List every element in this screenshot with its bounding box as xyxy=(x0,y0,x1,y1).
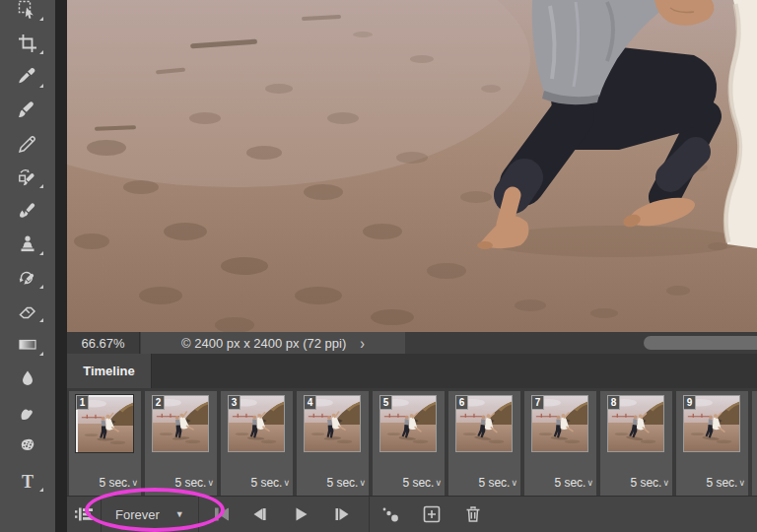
frame-delay-label: 5 sec. xyxy=(478,476,510,490)
timeline-frame[interactable]: 2 5 sec. ∨ xyxy=(145,391,217,496)
frame-delay-dropdown[interactable]: 5 sec. ∨ xyxy=(326,476,366,490)
crop-tool-icon[interactable] xyxy=(0,33,55,53)
frame-delay-label: 5 sec. xyxy=(402,476,434,490)
timeline-controls: Forever ▼ xyxy=(67,496,757,532)
timeline-frame[interactable]: 1 5 sec. ∨ xyxy=(69,391,141,496)
frame-delay-caret-icon: ∨ xyxy=(738,478,745,488)
frame-delay-caret-icon: ∨ xyxy=(131,478,138,488)
frame-delay-caret-icon: ∨ xyxy=(207,478,214,488)
gradient-tool-icon[interactable] xyxy=(0,335,55,355)
sponge-tool-icon[interactable] xyxy=(0,435,55,455)
frame-delay-caret-icon: ∨ xyxy=(283,478,290,488)
frame-delay-dropdown[interactable]: 5 sec. ∨ xyxy=(478,476,517,490)
smudge-tool-icon[interactable] xyxy=(0,402,55,422)
status-expand-chevron-icon[interactable]: › xyxy=(360,333,365,352)
frame-number-badge: 8 xyxy=(607,395,620,410)
canvas-image[interactable] xyxy=(67,0,757,332)
document-info[interactable]: © 2400 px x 2400 px (72 ppi) › xyxy=(141,332,405,354)
timeline-frame[interactable]: 9 5 sec. ∨ xyxy=(676,391,748,496)
loop-count-dropdown[interactable]: Forever ▼ xyxy=(102,497,198,532)
clone-stamp-tool-icon[interactable] xyxy=(0,234,55,254)
loop-count-label: Forever xyxy=(115,507,160,522)
select-next-frame-button[interactable] xyxy=(325,497,359,532)
photoshop-window: T xyxy=(0,0,757,532)
frame-delay-dropdown[interactable]: 5 sec. ∨ xyxy=(554,476,593,490)
frame-delay-label: 5 sec. xyxy=(174,476,206,490)
timeline-frame[interactable]: 5 5 sec. ∨ xyxy=(373,391,445,496)
frame-delay-caret-icon: ∨ xyxy=(662,478,669,488)
blur-tool-icon[interactable] xyxy=(0,368,55,388)
svg-text:T: T xyxy=(22,472,34,492)
beach-photo xyxy=(67,0,757,332)
select-previous-frame-button[interactable] xyxy=(242,497,276,532)
timeline-frame[interactable] xyxy=(752,391,757,496)
delete-frame-button[interactable] xyxy=(456,497,490,532)
frame-delay-caret-icon: ∨ xyxy=(511,478,517,488)
mixer-brush-tool-icon[interactable] xyxy=(0,167,55,187)
frame-delay-dropdown[interactable]: 5 sec. ∨ xyxy=(402,476,442,490)
type-tool-icon[interactable]: T xyxy=(0,471,55,491)
frame-delay-label: 5 sec. xyxy=(326,476,358,490)
frame-delay-dropdown[interactable]: 5 sec. ∨ xyxy=(250,476,290,490)
frame-number-badge: 9 xyxy=(683,395,696,410)
frame-delay-caret-icon: ∨ xyxy=(435,478,442,488)
frame-number-badge: 3 xyxy=(228,395,241,410)
frame-delay-label: 5 sec. xyxy=(250,476,282,490)
watercolor-brush-tool-icon[interactable] xyxy=(0,201,55,221)
tool-column: T xyxy=(0,0,55,532)
timeline-frame[interactable]: 6 5 sec. ∨ xyxy=(448,391,520,496)
tab-timeline-label: Timeline xyxy=(83,364,135,378)
timeline-frame[interactable]: 3 5 sec. ∨ xyxy=(221,391,293,496)
frame-delay-label: 5 sec. xyxy=(99,476,130,490)
frame-number-badge: 4 xyxy=(304,395,316,410)
zoom-level-value: 66.67% xyxy=(81,336,124,351)
frame-number-badge: 6 xyxy=(455,395,468,410)
panel-divider xyxy=(55,0,67,532)
history-brush-tool-icon[interactable] xyxy=(0,268,55,288)
frame-delay-caret-icon: ∨ xyxy=(359,478,366,488)
frame-number-badge: 2 xyxy=(152,395,165,410)
timeline-panel-header: Timeline xyxy=(67,354,757,388)
loop-caret-icon: ▼ xyxy=(175,509,184,519)
timeline-frames-row: 1 5 sec. ∨ xyxy=(67,388,757,496)
zoom-level-field[interactable]: 66.67% xyxy=(67,332,140,354)
play-animation-button[interactable] xyxy=(284,497,317,532)
tab-timeline[interactable]: Timeline xyxy=(67,354,152,388)
frame-delay-caret-icon: ∨ xyxy=(586,478,593,488)
convert-to-video-timeline-button[interactable] xyxy=(67,497,101,532)
frame-delay-dropdown[interactable]: 5 sec. ∨ xyxy=(706,476,745,490)
eyedropper-tool-icon[interactable] xyxy=(0,67,55,87)
frame-delay-dropdown[interactable]: 5 sec. ∨ xyxy=(99,476,138,490)
timeline-frame[interactable]: 4 5 sec. ∨ xyxy=(297,391,369,496)
frame-delay-dropdown[interactable]: 5 sec. ∨ xyxy=(174,476,214,490)
frame-delay-label: 5 sec. xyxy=(630,476,661,490)
document-info-text: © 2400 px x 2400 px (72 ppi) xyxy=(181,336,346,351)
frame-number-badge: 5 xyxy=(379,395,392,410)
pencil-tool-icon[interactable] xyxy=(0,134,55,154)
horizontal-scrollbar-thumb[interactable] xyxy=(644,336,757,350)
brush-tool-icon[interactable] xyxy=(0,100,55,120)
frame-delay-label: 5 sec. xyxy=(554,476,585,490)
move-tool-icon[interactable] xyxy=(0,0,55,20)
select-first-frame-button[interactable] xyxy=(205,497,239,532)
status-bar: 66.67% © 2400 px x 2400 px (72 ppi) › xyxy=(67,332,757,354)
new-frame-button[interactable] xyxy=(415,497,448,532)
timeline-frame[interactable]: 8 5 sec. ∨ xyxy=(600,391,672,496)
timeline-frame[interactable]: 7 5 sec. ∨ xyxy=(524,391,596,496)
frame-number-badge: 7 xyxy=(531,395,544,410)
eraser-tool-icon[interactable] xyxy=(0,301,55,321)
frame-delay-label: 5 sec. xyxy=(706,476,737,490)
tween-button[interactable] xyxy=(374,497,407,532)
frame-number-badge: 1 xyxy=(76,395,89,410)
frame-delay-dropdown[interactable]: 5 sec. ∨ xyxy=(630,476,669,490)
